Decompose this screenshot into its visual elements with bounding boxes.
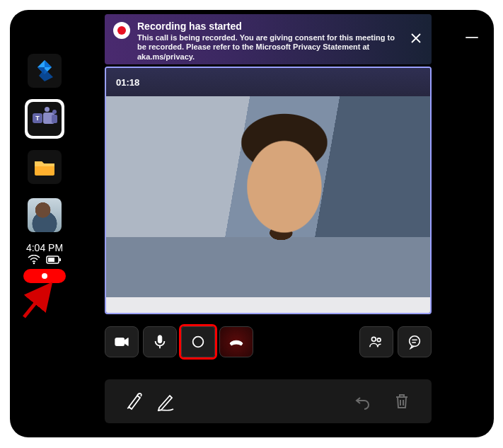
ink-pen-button[interactable] <box>119 386 150 417</box>
svg-point-14 <box>377 338 381 342</box>
mic-button[interactable] <box>143 326 177 357</box>
record-button[interactable] <box>181 326 215 357</box>
dynamics-icon <box>28 54 62 88</box>
hangup-icon <box>228 333 245 350</box>
video-panel: 01:18 <box>105 67 432 314</box>
close-icon <box>410 33 422 44</box>
video-footer <box>106 297 430 313</box>
sidebar-app-teams[interactable]: T <box>25 99 64 139</box>
battery-icon <box>46 255 62 265</box>
teams-icon: T <box>28 102 62 136</box>
mic-icon <box>152 334 168 350</box>
camera-button[interactable] <box>105 326 139 357</box>
people-icon <box>369 334 384 350</box>
device-frame: T 4:04 PM <box>10 10 494 437</box>
svg-line-8 <box>24 287 48 317</box>
sidebar-app-profile[interactable] <box>25 195 64 235</box>
svg-rect-9 <box>115 338 125 346</box>
undo-icon <box>354 393 371 410</box>
folder-icon <box>28 150 62 184</box>
undo-button[interactable] <box>347 386 378 417</box>
hangup-button[interactable] <box>219 326 253 357</box>
svg-rect-6 <box>48 258 54 262</box>
recording-notification: Recording has started This call is being… <box>105 14 432 64</box>
notification-body: This call is being recorded. You are giv… <box>137 33 403 62</box>
wifi-icon <box>28 255 40 265</box>
notification-title: Recording has started <box>137 21 403 33</box>
call-timer-label: 01:18 <box>116 77 139 88</box>
remote-video-feed[interactable] <box>106 96 430 297</box>
sidebar-app-dynamics[interactable] <box>25 51 64 91</box>
svg-point-4 <box>33 263 35 265</box>
svg-rect-7 <box>59 258 61 261</box>
pencil-icon <box>156 391 175 411</box>
status-icons <box>28 255 62 265</box>
svg-point-13 <box>371 337 376 341</box>
record-icon <box>113 22 130 39</box>
svg-point-12 <box>193 337 204 348</box>
record-circle-icon <box>190 334 206 350</box>
camera-icon <box>114 334 129 350</box>
window-minimize-button[interactable] <box>466 37 478 38</box>
ink-pen-icon <box>125 391 144 411</box>
notification-text: Recording has started This call is being… <box>137 21 403 62</box>
callout-arrow-icon <box>18 280 61 323</box>
app-sidebar: T 4:04 PM <box>21 51 68 283</box>
participants-button[interactable] <box>359 326 393 357</box>
clock-label: 4:04 PM <box>21 242 68 253</box>
pencil-button[interactable] <box>150 386 181 417</box>
svg-marker-1 <box>45 60 52 67</box>
svg-point-15 <box>410 336 420 347</box>
trash-icon <box>394 393 410 410</box>
call-controls <box>105 324 432 360</box>
delete-button[interactable] <box>386 386 417 417</box>
sidebar-app-files[interactable] <box>25 147 64 187</box>
svg-rect-10 <box>158 335 162 343</box>
pen-toolbar <box>105 379 432 423</box>
video-header: 01:18 <box>106 68 430 96</box>
notification-close-button[interactable] <box>407 30 424 47</box>
chat-icon <box>407 334 422 350</box>
chat-button[interactable] <box>398 326 432 357</box>
avatar-icon <box>28 198 62 232</box>
